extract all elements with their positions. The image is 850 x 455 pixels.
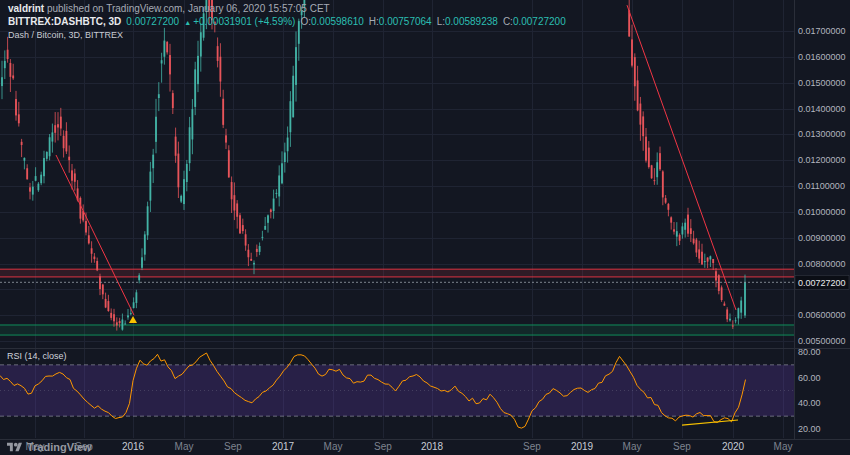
open-label: O: (300, 16, 311, 27)
rsi-trendline[interactable] (682, 420, 738, 425)
close-label: C: (503, 16, 513, 27)
time-tick-label: Sep (224, 441, 242, 452)
price-tick-label: 0.01600000 (798, 52, 846, 62)
price-change: +0.00031901 (+4.59%) (193, 16, 295, 27)
time-tick-label: Sep (374, 441, 392, 452)
watermark-text: TradingView (27, 441, 92, 453)
svg-text:0.00727200: 0.00727200 (798, 278, 846, 288)
symbol-title[interactable]: BITTREX:DASHBTC, 3D (8, 16, 121, 27)
price-tick-label: 0.01200000 (798, 155, 846, 165)
close-value: 0.00727200 (513, 16, 566, 27)
high-value: 0.00757064 (379, 16, 432, 27)
time-tick-label: 2019 (571, 441, 594, 452)
chart-canvas[interactable]: 0.017000000.016000000.015000000.01400000… (0, 0, 850, 455)
tradingview-chart-window: 0.017000000.016000000.015000000.01400000… (0, 0, 850, 455)
rsi-indicator-label[interactable]: RSI (14, close) (7, 351, 67, 361)
symbol-subtitle: Dash / Bitcoin, 3D, BITTREX (8, 29, 571, 42)
published-text: published on TradingView.com, January 06… (44, 3, 330, 14)
up-arrow-icon: ▲ (184, 19, 191, 26)
time-tick-label: May (623, 441, 642, 452)
price-tick-label: 0.01700000 (798, 26, 846, 36)
time-tick-label: May (324, 441, 343, 452)
symbol-line: BITTREX:DASHBTC, 3D0.00727200▲+0.0003190… (8, 15, 571, 29)
price-tick-label: 0.01100000 (798, 181, 845, 191)
rsi-tick-label: 60.00 (798, 373, 821, 383)
price-tick-label: 0.01000000 (798, 207, 846, 217)
rsi-tick-label: 80.00 (798, 347, 821, 357)
time-tick-label: 2020 (722, 441, 745, 452)
last-price-label: 0.00727200 (795, 275, 849, 289)
low-value: 0.00589238 (445, 16, 498, 27)
tradingview-logo-icon (7, 441, 22, 453)
time-axis[interactable]: MaySep2016MaySep2017MaySep2018Sep2019May… (26, 441, 793, 452)
price-tick-label: 0.00900000 (798, 233, 846, 243)
price-axis[interactable]: 0.017000000.016000000.015000000.01400000… (798, 26, 846, 346)
price-tick-label: 0.01400000 (798, 104, 846, 114)
time-tick-label: 2017 (272, 441, 295, 452)
chart-header: valdrint published on TradingView.com, J… (8, 2, 571, 42)
rsi-axis[interactable]: 80.0060.0040.0020.00 (798, 347, 821, 434)
high-label: H: (369, 16, 379, 27)
price-tick-label: 0.00800000 (798, 259, 846, 269)
low-label: L: (437, 16, 445, 27)
time-tick-label: May (774, 441, 793, 452)
price-zones[interactable] (0, 269, 794, 335)
time-tick-label: 2016 (122, 441, 145, 452)
buy-marker-icon[interactable] (129, 316, 137, 323)
rsi-tick-label: 40.00 (798, 398, 821, 408)
rsi-tick-label: 20.00 (798, 424, 821, 434)
time-tick-label: Sep (673, 441, 691, 452)
time-tick-label: 2018 (421, 441, 444, 452)
price-tick-label: 0.01500000 (798, 78, 846, 88)
price-tick-label: 0.00600000 (798, 310, 846, 320)
open-value: 0.00598610 (311, 16, 364, 27)
published-line: valdrint published on TradingView.com, J… (8, 2, 571, 15)
candlestick-series[interactable] (1, 0, 746, 331)
time-tick-label: May (175, 441, 194, 452)
last-price-value: 0.00727200 (126, 16, 179, 27)
rsi-band (0, 365, 794, 416)
price-tick-label: 0.00500000 (798, 336, 846, 346)
author-name[interactable]: valdrint (8, 3, 44, 14)
price-tick-label: 0.01300000 (798, 129, 846, 139)
tradingview-watermark[interactable]: TradingView (7, 441, 92, 453)
time-tick-label: Sep (523, 441, 541, 452)
